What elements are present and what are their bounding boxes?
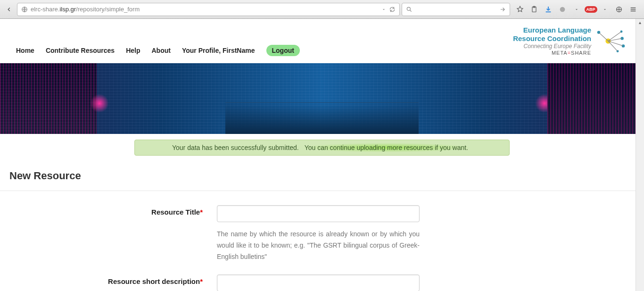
search-icon xyxy=(406,6,413,13)
back-button[interactable] xyxy=(3,3,15,16)
nav-help[interactable]: Help xyxy=(126,47,140,54)
form-row-short-desc: Resource short description* xyxy=(0,274,644,291)
svg-point-4 xyxy=(560,7,565,12)
nav-home[interactable]: Home xyxy=(16,47,34,54)
resource-title-input[interactable] xyxy=(217,205,420,222)
svg-line-12 xyxy=(599,33,608,41)
site-header: Home Contribute Resources Help About You… xyxy=(0,19,644,63)
browser-scrollbar[interactable]: ▴ xyxy=(636,19,644,291)
success-text-2: You can continue uploading more resource… xyxy=(301,143,472,152)
reload-icon[interactable] xyxy=(389,6,396,13)
browser-chrome: elrc-share.ilsp.gr/repository/simple_for… xyxy=(0,0,644,19)
menu-icon[interactable] xyxy=(628,4,638,15)
success-message: Your data has been successfully submitte… xyxy=(134,140,510,156)
resource-short-desc-label: Resource short description* xyxy=(0,274,203,291)
main-nav: Home Contribute Resources Help About You… xyxy=(9,45,300,56)
abp-icon[interactable]: ABP xyxy=(586,4,596,15)
dropdown-arrow-icon[interactable] xyxy=(571,4,582,15)
logo[interactable]: European Language Resource Coordination … xyxy=(513,26,625,56)
resource-form: Resource Title* The name by which the re… xyxy=(0,191,644,291)
greasemonkey-icon[interactable] xyxy=(557,4,568,15)
page-title: New Resource xyxy=(9,170,635,182)
nav-contribute[interactable]: Contribute Resources xyxy=(46,47,115,54)
svg-point-1 xyxy=(407,7,410,10)
resource-title-label: Resource Title* xyxy=(0,205,203,262)
dropdown-arrow-icon[interactable] xyxy=(600,4,610,15)
resource-short-desc-input[interactable] xyxy=(217,274,420,291)
url-actions xyxy=(381,6,396,13)
success-text-1: Your data has been successfully submitte… xyxy=(172,144,301,151)
bookmark-star-icon[interactable] xyxy=(515,4,525,15)
dropdown-icon[interactable] xyxy=(381,7,386,12)
clipboard-icon[interactable] xyxy=(529,4,539,15)
resource-title-help: The name by which the resource is alread… xyxy=(217,229,420,262)
nav-profile[interactable]: Your Profile, FirstName xyxy=(182,47,255,54)
page-title-section: New Resource xyxy=(0,156,644,191)
arrow-left-icon xyxy=(6,6,12,13)
form-row-title: Resource Title* The name by which the re… xyxy=(0,205,644,262)
page: Home Contribute Resources Help About You… xyxy=(0,19,644,291)
url-bar[interactable]: elrc-share.ilsp.gr/repository/simple_for… xyxy=(17,3,400,16)
logo-text: European Language Resource Coordination … xyxy=(513,26,591,56)
arrow-right-icon[interactable] xyxy=(499,6,506,13)
globe-icon xyxy=(21,6,28,13)
logo-network-icon xyxy=(595,27,625,55)
browser-search-bar[interactable] xyxy=(402,3,510,16)
extension-globe-icon[interactable] xyxy=(614,4,624,15)
browser-toolbar: ABP xyxy=(512,4,641,15)
logout-button[interactable]: Logout xyxy=(266,45,300,56)
download-icon[interactable] xyxy=(543,4,553,15)
hero-banner-image xyxy=(0,63,644,134)
nav-about[interactable]: About xyxy=(152,47,171,54)
url-text: elrc-share.ilsp.gr/repository/simple_for… xyxy=(31,6,140,13)
scroll-up-icon[interactable]: ▴ xyxy=(636,20,644,25)
